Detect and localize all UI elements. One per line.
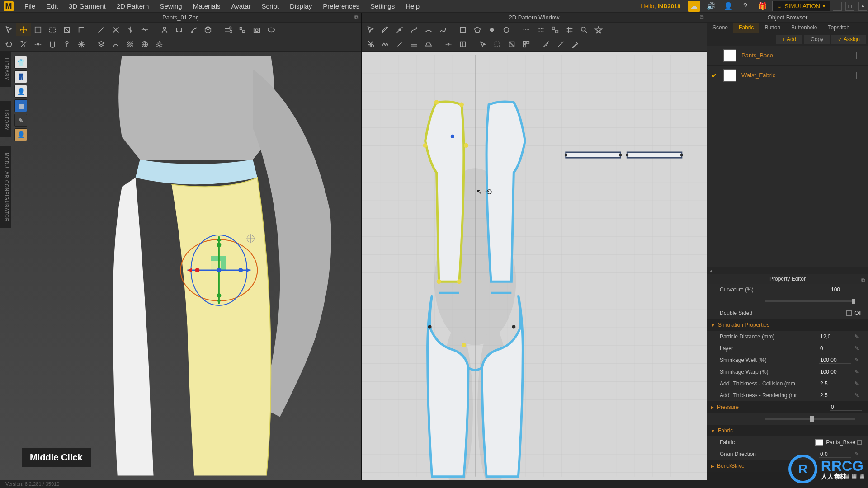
- arrow-sel-icon[interactable]: [476, 38, 490, 51]
- viewport-3d[interactable]: LIBRARY HISTORY MODULAR CONFIGURATOR 👕 👖…: [0, 52, 361, 480]
- seam-edit-icon[interactable]: [441, 38, 456, 51]
- tool-select-lasso-icon[interactable]: [45, 23, 60, 36]
- pen-curve-icon[interactable]: [407, 23, 421, 36]
- tool-move-icon[interactable]: [16, 23, 31, 36]
- measure-icon[interactable]: [539, 38, 553, 51]
- help-icon[interactable]: ?: [739, 1, 752, 12]
- tab-topstitch[interactable]: Topstitch: [822, 23, 854, 33]
- sel3-icon[interactable]: [519, 38, 533, 51]
- user-icon[interactable]: 👤: [722, 1, 735, 12]
- add-button[interactable]: + Add: [776, 35, 802, 44]
- seam2-icon[interactable]: [533, 23, 548, 36]
- section-simulation[interactable]: ▼Simulation Properties: [707, 319, 868, 331]
- tab-fabric[interactable]: Fabric: [733, 23, 759, 33]
- sel2-icon[interactable]: [505, 38, 519, 51]
- tool-cut-v-icon[interactable]: [123, 23, 137, 36]
- tool-mirror-icon[interactable]: [172, 23, 186, 36]
- tool-grab-icon[interactable]: [31, 38, 45, 51]
- pen-point-icon[interactable]: [392, 23, 407, 36]
- menu-preferences[interactable]: Preferences: [318, 0, 364, 12]
- edit-icon[interactable]: ✎: [854, 345, 862, 352]
- popout-icon[interactable]: ⧉: [354, 14, 359, 20]
- menu-sewing[interactable]: Sewing: [155, 0, 186, 12]
- tool-freeze-icon[interactable]: [74, 38, 89, 51]
- edit-icon[interactable]: ✎: [854, 369, 862, 375]
- menu-materials[interactable]: Materials: [189, 0, 225, 12]
- tool-fold-icon[interactable]: [60, 23, 74, 36]
- dropdown-icon[interactable]: [857, 440, 862, 445]
- popout-2d-icon[interactable]: ⧉: [700, 14, 704, 20]
- tool-face-icon[interactable]: [108, 23, 123, 36]
- fabric-item-waist[interactable]: ✔ Waist_Fabric: [707, 66, 868, 85]
- tool-layers-icon[interactable]: [94, 38, 108, 51]
- section-pressure[interactable]: ▶Pressure 0: [707, 401, 868, 413]
- tool-ellipse-icon[interactable]: [264, 23, 278, 36]
- menu-avatar[interactable]: Avatar: [227, 0, 255, 12]
- gift-icon[interactable]: 🎁: [756, 1, 769, 12]
- tool-scale-icon[interactable]: [16, 38, 31, 51]
- simulation-mode-button[interactable]: ⌄SIMULATION▾: [772, 1, 830, 11]
- tool-style-icon[interactable]: [108, 38, 123, 51]
- shape-circle-icon[interactable]: [499, 23, 514, 36]
- curvature-input[interactable]: 100: [830, 286, 862, 293]
- fabric-swatch[interactable]: [815, 439, 823, 446]
- menu-3d-garment[interactable]: 3D Garment: [64, 0, 110, 12]
- curvature-slider[interactable]: [765, 300, 855, 302]
- shr-weft-input[interactable]: 100,00: [819, 357, 851, 364]
- shape-poly-icon[interactable]: [470, 23, 485, 36]
- tool-cursor-icon[interactable]: [2, 23, 16, 36]
- section-fabric[interactable]: ▼Fabric: [707, 425, 868, 436]
- pressure-input[interactable]: 0: [830, 404, 862, 411]
- mode-avatar-icon[interactable]: 👤: [14, 85, 27, 98]
- tool-rotate-icon[interactable]: [2, 38, 16, 51]
- side-tab-history[interactable]: HISTORY: [0, 101, 11, 137]
- fold-2d-icon[interactable]: [456, 38, 470, 51]
- rend-input[interactable]: 2,5: [819, 392, 851, 399]
- pen2-icon[interactable]: [568, 38, 582, 51]
- menu-help[interactable]: Help: [401, 0, 424, 12]
- lock-icon[interactable]: [856, 72, 863, 79]
- window-maximize[interactable]: □: [845, 2, 854, 11]
- tool-globe-icon[interactable]: [137, 38, 152, 51]
- cloud-icon[interactable]: ☁: [688, 1, 700, 12]
- tab-scene[interactable]: Scene: [707, 23, 733, 33]
- pen-cursor-icon[interactable]: [363, 23, 378, 36]
- menu-display[interactable]: Display: [285, 0, 316, 12]
- window-minimize[interactable]: –: [833, 2, 842, 11]
- mode-texture-icon[interactable]: ▦: [14, 99, 27, 112]
- shr-warp-input[interactable]: 100,00: [819, 369, 851, 375]
- tool-wind-icon[interactable]: [221, 23, 235, 36]
- side-tab-library[interactable]: LIBRARY: [0, 52, 11, 87]
- edit-icon[interactable]: ✎: [854, 380, 862, 387]
- edit-icon[interactable]: ✎: [854, 333, 862, 340]
- fabric-item-pants-base[interactable]: Pants_Base: [707, 46, 868, 66]
- grid-icon[interactable]: [562, 23, 577, 36]
- tool-bone-icon[interactable]: [186, 23, 201, 36]
- menu-2d-pattern[interactable]: 2D Pattern: [112, 0, 154, 12]
- tool-snap-icon[interactable]: [45, 38, 60, 51]
- mode-skin-icon[interactable]: 👤: [14, 128, 27, 141]
- tool-cube-icon[interactable]: [201, 23, 215, 36]
- cut-icon[interactable]: [363, 38, 378, 51]
- menu-settings[interactable]: Settings: [366, 0, 399, 12]
- zoom-icon[interactable]: [577, 23, 591, 36]
- menu-script[interactable]: Script: [257, 0, 283, 12]
- mode-front-icon[interactable]: 👕: [14, 56, 27, 69]
- coll-input[interactable]: 2,5: [819, 380, 851, 387]
- viewport-2d[interactable]: ↖ ⟲: [362, 52, 707, 480]
- pen-draw-icon[interactable]: [378, 23, 392, 36]
- speaker-icon[interactable]: 🔊: [705, 1, 717, 12]
- tool-select-rect-icon[interactable]: [31, 23, 45, 36]
- edit-icon[interactable]: ✎: [854, 392, 862, 399]
- tool-pin-icon[interactable]: [60, 38, 74, 51]
- lock-icon[interactable]: [856, 52, 863, 59]
- side-tab-modular[interactable]: MODULAR CONFIGURATOR: [0, 146, 11, 228]
- double-sided-toggle[interactable]: [846, 310, 852, 316]
- tab-buttonhole[interactable]: Buttonhole: [786, 23, 822, 33]
- popout-prop-icon[interactable]: ⧉: [861, 275, 865, 285]
- pressure-slider[interactable]: [765, 418, 855, 420]
- star-icon[interactable]: [591, 23, 606, 36]
- shape-rect-icon[interactable]: [456, 23, 470, 36]
- tool-hatch-icon[interactable]: [123, 38, 137, 51]
- iron-icon[interactable]: [421, 38, 436, 51]
